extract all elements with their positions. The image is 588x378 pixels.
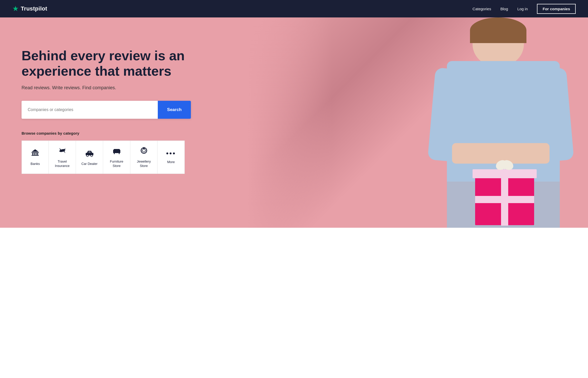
browse-title: Browse companies by category xyxy=(22,131,185,135)
svg-rect-2 xyxy=(32,153,33,155)
hero-subtitle: Read reviews. Write reviews. Find compan… xyxy=(22,85,185,91)
category-label-car: Car Dealer xyxy=(81,162,97,166)
svg-marker-6 xyxy=(32,149,39,152)
svg-rect-1 xyxy=(32,155,39,156)
svg-marker-9 xyxy=(63,151,65,153)
category-card-car-dealer[interactable]: Car Dealer xyxy=(76,141,103,174)
hero-content: Behind every review is an experience tha… xyxy=(0,17,185,189)
logo[interactable]: ★ Trustpilot xyxy=(12,5,47,12)
svg-rect-4 xyxy=(36,153,36,155)
svg-rect-5 xyxy=(37,153,38,155)
category-label-furniture: FurnitureStore xyxy=(110,160,123,168)
hero-headline: Behind every review is an experience tha… xyxy=(22,48,185,79)
category-label-jewellery: JewelleryStore xyxy=(137,160,151,168)
more-dots-icon: ••• xyxy=(166,150,176,157)
category-card-banks[interactable]: Banks xyxy=(22,141,49,174)
jewellery-icon xyxy=(139,146,149,156)
category-label-more: More xyxy=(167,160,175,164)
hero-gradient-overlay xyxy=(247,17,588,228)
search-input[interactable] xyxy=(22,101,158,119)
svg-rect-18 xyxy=(119,150,120,153)
svg-rect-0 xyxy=(32,152,39,153)
category-card-furniture-store[interactable]: FurnitureStore xyxy=(103,141,130,174)
car-icon xyxy=(85,148,94,159)
category-card-more[interactable]: ••• More xyxy=(158,141,185,174)
svg-rect-17 xyxy=(113,150,114,153)
search-bar: Search xyxy=(22,101,191,119)
category-label-banks: Banks xyxy=(31,162,40,166)
furniture-icon xyxy=(112,146,121,156)
svg-marker-8 xyxy=(59,148,61,150)
nav-links: Categories Blog Log in For companies xyxy=(473,4,576,14)
svg-rect-14 xyxy=(89,151,91,153)
svg-point-13 xyxy=(91,155,92,156)
for-companies-button[interactable]: For companies xyxy=(537,4,576,14)
search-button[interactable]: Search xyxy=(158,101,191,119)
bank-icon xyxy=(31,148,40,159)
nav-blog-link[interactable]: Blog xyxy=(500,7,508,11)
svg-rect-19 xyxy=(114,153,115,154)
trustpilot-star-icon: ★ xyxy=(12,5,19,12)
category-label-travel: TravelInsurance xyxy=(55,160,70,168)
svg-point-22 xyxy=(142,149,145,152)
category-card-jewellery-store[interactable]: JewelleryStore xyxy=(130,141,158,174)
travel-icon xyxy=(58,146,67,156)
hero-section: Behind every review is an experience tha… xyxy=(0,17,588,228)
svg-marker-23 xyxy=(143,147,145,149)
category-card-travel-insurance[interactable]: TravelInsurance xyxy=(49,141,76,174)
svg-rect-16 xyxy=(114,149,120,151)
svg-point-12 xyxy=(86,155,88,156)
svg-rect-20 xyxy=(119,153,120,154)
navbar: ★ Trustpilot Categories Blog Log in For … xyxy=(0,0,588,17)
brand-name: Trustpilot xyxy=(21,5,47,12)
svg-rect-3 xyxy=(34,153,35,155)
nav-categories-link[interactable]: Categories xyxy=(473,7,491,11)
nav-login-link[interactable]: Log in xyxy=(517,7,528,11)
category-cards: Banks TravelInsurance xyxy=(22,141,185,174)
